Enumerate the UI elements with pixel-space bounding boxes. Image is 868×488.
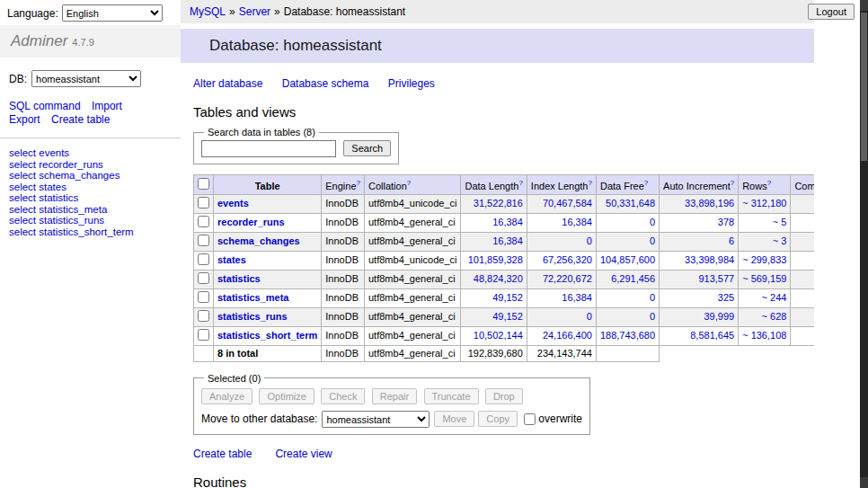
index-length-link[interactable]: 67,256,320: [543, 254, 592, 265]
table-name-link[interactable]: statistics: [217, 273, 261, 284]
rows-count-link[interactable]: ~ 299,833: [742, 254, 786, 265]
index-length-link[interactable]: 72,220,672: [543, 273, 592, 284]
doc-help-link[interactable]: ?: [407, 179, 411, 187]
data-free-link[interactable]: 0: [650, 292, 655, 303]
sidebar-action-link[interactable]: SQL command: [9, 100, 81, 112]
overwrite-label[interactable]: overwrite: [538, 413, 582, 425]
data-length-link[interactable]: 10,502,144: [474, 330, 523, 341]
sidebar-select-table-link[interactable]: select statistics_runs: [9, 215, 172, 226]
selected-action-button[interactable]: Check: [321, 388, 365, 404]
scrollbar-up-arrow[interactable]: [860, 0, 868, 11]
data-length-link[interactable]: 101,859,328: [468, 254, 523, 265]
sidebar-select-table-link[interactable]: select statistics_meta: [9, 204, 172, 216]
rows-count-link[interactable]: ~ 244: [762, 292, 787, 303]
index-length-link[interactable]: 16,384: [562, 292, 592, 303]
row-checkbox[interactable]: [198, 253, 209, 265]
move-button[interactable]: Move: [434, 411, 474, 427]
db-select[interactable]: homeassistant: [31, 70, 141, 87]
db-nav-link[interactable]: Alter database: [193, 77, 262, 90]
rows-count-link[interactable]: ~ 628: [762, 311, 787, 322]
scrollbar-down-arrow[interactable]: [860, 477, 868, 488]
db-nav-link[interactable]: Database schema: [282, 77, 369, 90]
db-nav-link[interactable]: Privileges: [388, 77, 435, 90]
table-name-link[interactable]: recorder_runs: [217, 217, 285, 227]
auto-increment-link[interactable]: 378: [718, 217, 734, 227]
table-name-link[interactable]: states: [217, 254, 246, 265]
adminer-logo-link[interactable]: Adminer: [11, 32, 67, 49]
auto-increment-link[interactable]: 33,398,984: [685, 254, 734, 265]
search-button[interactable]: Search: [343, 140, 391, 156]
data-free-link[interactable]: 50,331,648: [606, 198, 655, 209]
copy-button[interactable]: Copy: [478, 411, 518, 427]
scrollbar-thumb[interactable]: [861, 13, 867, 161]
doc-help-link[interactable]: ?: [357, 179, 360, 187]
row-checkbox[interactable]: [198, 235, 209, 246]
table-name-link[interactable]: statistics_runs: [217, 311, 288, 322]
selected-action-button[interactable]: Drop: [485, 388, 523, 404]
sidebar-action-link[interactable]: Export: [9, 113, 40, 126]
index-length-link[interactable]: 70,467,584: [543, 198, 592, 209]
rows-count-link[interactable]: ~ 312,180: [742, 198, 786, 209]
sidebar-select-table-link[interactable]: select recorder_runs: [9, 159, 172, 171]
sidebar-select-table-link[interactable]: select states: [9, 182, 172, 193]
sidebar-action-link[interactable]: Import: [92, 100, 122, 112]
doc-help-link[interactable]: ?: [767, 179, 771, 187]
auto-increment-link[interactable]: 39,999: [704, 311, 735, 322]
table-name-link[interactable]: events: [217, 198, 249, 209]
data-free-link[interactable]: 104,857,600: [600, 254, 655, 265]
index-length-link[interactable]: 24,166,400: [543, 330, 592, 341]
doc-help-link[interactable]: ?: [588, 179, 591, 187]
selected-action-button[interactable]: Repair: [372, 388, 417, 404]
auto-increment-link[interactable]: 6: [729, 235, 734, 246]
auto-increment-link[interactable]: 913,577: [698, 273, 734, 284]
overwrite-checkbox[interactable]: [524, 413, 536, 425]
doc-help-link[interactable]: ?: [731, 179, 734, 187]
rows-count-link[interactable]: ~ 5: [773, 217, 787, 227]
sidebar-select-table-link[interactable]: select schema_changes: [9, 170, 172, 182]
table-name-link[interactable]: statistics_short_term: [217, 330, 317, 341]
rows-count-link[interactable]: ~ 3: [773, 235, 787, 246]
data-free-link[interactable]: 188,743,680: [600, 330, 655, 341]
move-db-select[interactable]: homeassistant: [322, 411, 430, 428]
sidebar-select-table-link[interactable]: select events: [9, 147, 172, 159]
create-view-link[interactable]: Create view: [275, 448, 332, 460]
data-free-link[interactable]: 0: [650, 217, 655, 227]
create-table-link[interactable]: Create table: [193, 448, 252, 460]
data-length-link[interactable]: 16,384: [492, 217, 523, 227]
auto-increment-link[interactable]: 8,581,645: [690, 330, 734, 341]
table-name-link[interactable]: statistics_meta: [217, 292, 289, 303]
logout-button[interactable]: Logout: [808, 4, 855, 20]
doc-help-link[interactable]: ?: [644, 179, 648, 187]
selected-action-button[interactable]: Analyze: [201, 388, 252, 404]
breadcrumb-mysql-link[interactable]: MySQL: [190, 5, 226, 18]
data-free-link[interactable]: 6,291,456: [611, 273, 655, 284]
rows-count-link[interactable]: ~ 136,108: [742, 330, 786, 341]
scrollbar[interactable]: [860, 0, 868, 488]
rows-count-link[interactable]: ~ 569,159: [742, 273, 786, 284]
data-free-link[interactable]: 0: [650, 235, 655, 246]
doc-help-link[interactable]: ?: [518, 179, 522, 187]
row-checkbox[interactable]: [198, 291, 209, 303]
selected-action-button[interactable]: Optimize: [259, 388, 314, 404]
row-checkbox[interactable]: [198, 216, 209, 227]
table-name-link[interactable]: schema_changes: [217, 235, 300, 246]
sidebar-select-table-link[interactable]: select statistics_short_term: [9, 226, 172, 238]
sidebar-select-table-link[interactable]: select statistics: [9, 192, 172, 204]
selected-action-button[interactable]: Truncate: [424, 388, 479, 404]
data-length-link[interactable]: 49,152: [492, 292, 523, 303]
index-length-link[interactable]: 0: [587, 311, 592, 322]
language-select[interactable]: English: [62, 4, 163, 22]
data-length-link[interactable]: 49,152: [492, 311, 523, 322]
breadcrumb-server-link[interactable]: Server: [239, 5, 270, 18]
row-checkbox[interactable]: [198, 272, 209, 284]
auto-increment-link[interactable]: 33,898,196: [685, 198, 734, 209]
sidebar-action-link[interactable]: Create table: [51, 113, 110, 126]
search-input[interactable]: [201, 140, 336, 157]
row-checkbox[interactable]: [198, 197, 209, 209]
index-length-link[interactable]: 16,384: [562, 217, 592, 227]
select-all-checkbox[interactable]: [198, 178, 209, 190]
index-length-link[interactable]: 0: [587, 235, 592, 246]
data-free-link[interactable]: 0: [650, 311, 655, 322]
data-length-link[interactable]: 48,824,320: [474, 273, 523, 284]
data-length-link[interactable]: 16,384: [492, 235, 523, 246]
